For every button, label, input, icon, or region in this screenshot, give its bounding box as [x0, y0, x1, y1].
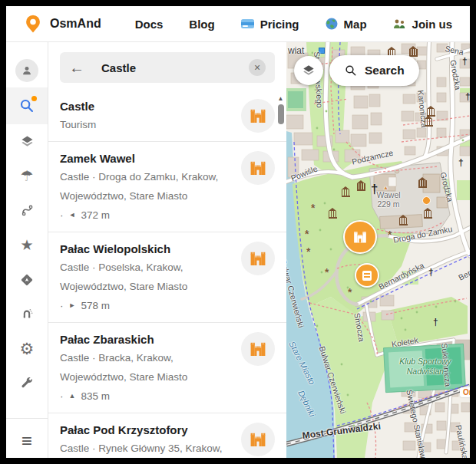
map-canvas[interactable]: [286, 42, 470, 458]
person-icon: [20, 64, 34, 77]
result-address: Castle · Droga do Zamku, Krakow, Wojewód…: [60, 167, 231, 206]
poi-dot-marker[interactable]: [422, 196, 431, 205]
separator-dot: ·: [60, 387, 64, 406]
nav-link-label: Blog: [189, 18, 214, 31]
sidebar-item-settings[interactable]: ⚙: [6, 331, 48, 366]
people-icon: [393, 18, 406, 30]
map-area: wiat Straszewskiego Sena Grodzka Kanonic…: [286, 42, 470, 458]
sidebar-item-utilities[interactable]: [6, 366, 48, 400]
result-distance: · ▲ 835 m: [60, 387, 231, 406]
document-icon: [362, 271, 372, 281]
nav-link-label: Map: [344, 18, 367, 31]
castle-icon: [241, 423, 275, 456]
osmand-app: OsmAnd Docs Blog Pricing Map Join us: [6, 6, 470, 458]
nav-link-join-us[interactable]: Join us: [393, 18, 453, 31]
result-title: Pałac Pod Krzysztofory: [60, 422, 231, 439]
search-result-category[interactable]: Castle Tourism: [48, 90, 286, 141]
search-result-zamek-wawel[interactable]: Zamek Wawel Castle · Droga do Zamku, Kra…: [48, 142, 286, 232]
sidebar-item-configure-map[interactable]: [6, 124, 48, 159]
result-address: Castle · Bracka, Krakow, Województwo, St…: [60, 348, 231, 387]
search-input[interactable]: Castle: [101, 61, 249, 74]
nav-link-label: Docs: [135, 18, 164, 31]
place-pill-label: Or: [460, 387, 470, 397]
gear-icon: ⚙: [20, 341, 35, 357]
notification-dot: [31, 96, 37, 101]
direction-arrow-icon: ◄: [69, 206, 76, 225]
nav-link-blog[interactable]: Blog: [189, 18, 214, 31]
credit-card-icon: [241, 19, 254, 28]
separator-dot: ·: [60, 206, 64, 225]
nav-link-label: Pricing: [260, 18, 299, 31]
nav-links: Docs Blog Pricing Map Join us: [135, 18, 452, 31]
top-navbar: OsmAnd Docs Blog Pricing Map Join us: [6, 6, 470, 42]
sidebar-divider: [6, 418, 48, 419]
search-icon: [344, 64, 358, 77]
map-style-button[interactable]: [294, 56, 323, 85]
layers-icon: [19, 133, 35, 150]
hamburger-menu-icon: ≡: [21, 432, 32, 450]
distance-text: 578 m: [81, 296, 110, 315]
layers-icon: [301, 63, 316, 78]
nav-link-map[interactable]: Map: [326, 18, 367, 31]
star-icon: ★: [20, 238, 33, 252]
result-address: Castle · Poselska, Krakow, Województwo, …: [60, 258, 231, 296]
map-search-label: Search: [365, 64, 405, 77]
navigation-icon: [19, 272, 35, 288]
search-result-palac-pod-krzysztofory[interactable]: Pałac Pod Krzysztofory Castle · Rynek Gł…: [48, 413, 286, 458]
separator-dot: ·: [60, 296, 64, 315]
sidebar-item-tracks[interactable]: [6, 193, 48, 228]
castle-icon: [241, 151, 275, 185]
route-track-icon: [19, 202, 35, 219]
castle-map-marker[interactable]: [343, 220, 377, 254]
direction-arrow-icon: ▲: [69, 387, 76, 406]
search-panel: ← Castle × Castle Tourism Zamek Wawel Ca…: [48, 42, 286, 458]
sidebar-item-weather[interactable]: ☂: [6, 159, 48, 193]
castle-icon: [241, 242, 275, 275]
scroll-up-arrow[interactable]: ▲: [278, 95, 284, 102]
map-controls: Search: [294, 55, 419, 86]
sidebar-item-navigation[interactable]: [6, 262, 48, 297]
map-search-button[interactable]: Search: [329, 55, 419, 86]
back-arrow-icon[interactable]: ←: [69, 60, 84, 75]
result-distance: · ◄ 372 m: [60, 206, 231, 225]
search-results-list: Castle Tourism Zamek Wawel Castle · Drog…: [48, 90, 286, 458]
castle-icon: [241, 99, 275, 133]
sidebar-item-menu[interactable]: ≡: [6, 423, 48, 458]
search-bar: ← Castle ×: [60, 52, 275, 83]
magnet-icon: [19, 307, 35, 322]
direction-arrow-icon: ►: [69, 296, 76, 315]
clear-search-button[interactable]: ×: [249, 59, 266, 76]
result-subtitle: Tourism: [60, 115, 231, 134]
result-title: Pałac Zbaraskich: [60, 331, 231, 348]
map-poi-square-icon: [319, 48, 325, 54]
osmand-logo[interactable]: OsmAnd: [23, 14, 101, 34]
result-title: Zamek Wawel: [60, 150, 231, 167]
app-body: ☂ ★ ⚙ ≡: [6, 42, 470, 458]
search-result-palac-wielopolskich[interactable]: Pałac Wielopolskich Castle · Poselska, K…: [48, 232, 286, 322]
nav-link-pricing[interactable]: Pricing: [241, 18, 299, 31]
search-result-palac-zbaraskich[interactable]: Pałac Zbaraskich Castle · Bracka, Krakow…: [48, 323, 286, 413]
map-pin-icon: [23, 14, 43, 34]
nav-link-docs[interactable]: Docs: [135, 18, 164, 31]
distance-text: 372 m: [81, 206, 110, 225]
globe-icon: [326, 18, 338, 30]
scrollbar-thumb[interactable]: [278, 104, 284, 124]
avatar: [15, 59, 38, 82]
result-title: Castle: [60, 98, 231, 115]
close-icon: ×: [254, 62, 260, 73]
sidebar-item-search[interactable]: [6, 87, 48, 124]
distance-text: 835 m: [81, 387, 110, 406]
sidebar-item-favorites[interactable]: ★: [6, 228, 48, 262]
castle-icon: [352, 229, 368, 245]
result-distance: · ► 578 m: [60, 296, 231, 315]
nav-link-label: Join us: [412, 18, 453, 31]
sidebar-item-account[interactable]: [6, 53, 48, 87]
result-address: Castle · Rynek Główny 35, Krakow, Wojewó…: [60, 439, 231, 458]
results-scrollbar: ▲: [276, 95, 285, 124]
document-map-marker[interactable]: [355, 263, 379, 288]
left-sidebar: ☂ ★ ⚙ ≡: [6, 42, 48, 458]
brand-name: OsmAnd: [50, 17, 101, 31]
wrench-icon: [19, 376, 35, 391]
result-title: Pałac Wielopolskich: [60, 241, 231, 258]
sidebar-item-plan-route[interactable]: [6, 297, 48, 331]
